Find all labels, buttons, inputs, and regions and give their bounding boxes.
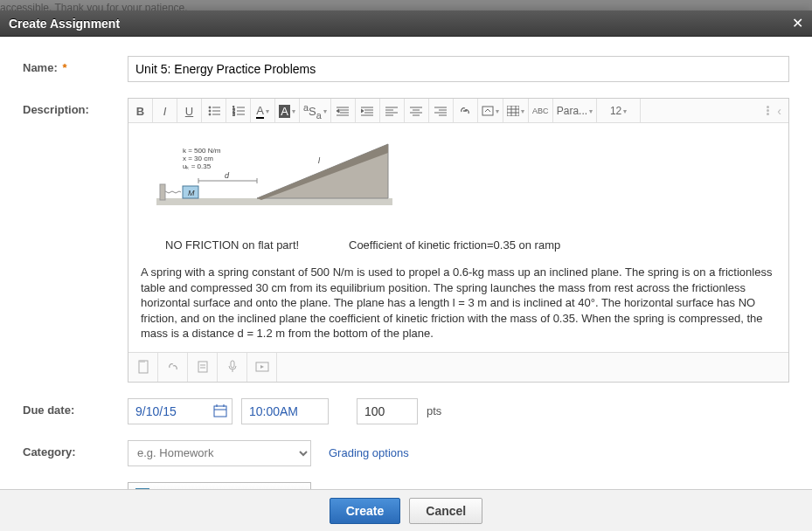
dialog-footer: Create Cancel <box>0 489 812 531</box>
link-button[interactable] <box>454 99 478 123</box>
scale-row: Scale/Rubric:* Numeric ▼ <box>23 482 789 489</box>
align-left-icon <box>385 106 398 116</box>
due-date-row: Due date: pts <box>23 398 789 424</box>
align-left-button[interactable] <box>380 99 405 123</box>
table-button[interactable]: ▾ <box>503 99 529 123</box>
diagram-l-label: l <box>318 156 321 165</box>
font-color-button[interactable]: A▾ <box>251 99 275 123</box>
font-color-icon: A <box>256 104 264 119</box>
category-label: Category: <box>23 440 128 466</box>
caption-right: Coefficient of kinetic friction=0.35 on … <box>349 238 560 253</box>
grading-options-link[interactable]: Grading options <box>329 446 409 459</box>
attach-audio-button[interactable] <box>218 353 247 382</box>
align-center-button[interactable] <box>405 99 429 123</box>
due-time-field[interactable] <box>241 398 329 424</box>
dialog-titlebar: Create Assignment ✕ <box>0 10 812 37</box>
chevron-down-icon: ▾ <box>589 107 593 115</box>
attach-link-button[interactable] <box>158 353 188 382</box>
indent-button[interactable] <box>356 99 380 123</box>
diagram-captions: NO FRICTION on flat part! Coefficient of… <box>165 238 776 253</box>
resource-icon <box>197 360 209 374</box>
table-icon <box>507 106 519 116</box>
create-assignment-dialog: Create Assignment ✕ Name: * Description:… <box>0 10 812 531</box>
points-label: pts <box>427 404 441 417</box>
time-input[interactable] <box>241 398 329 424</box>
name-input[interactable] <box>128 56 789 82</box>
video-icon <box>255 361 269 373</box>
dialog-body: Name: * Description: B I U 123 A▾ <box>0 37 812 489</box>
insert-button[interactable]: ▾ <box>478 99 503 123</box>
editor-content[interactable]: M k = 500 N/m x = 30 cm uₖ = 0.35 d l <box>128 123 788 352</box>
inclined-plane-diagram: M k = 500 N/m x = 30 cm uₖ = 0.35 d l <box>156 137 392 224</box>
svg-rect-57 <box>214 406 226 417</box>
diagram-mass-label: M <box>188 189 195 197</box>
collapse-toolbar-icon[interactable]: ‹ <box>777 104 781 118</box>
svg-marker-56 <box>260 365 264 369</box>
chevron-down-icon: ▾ <box>266 107 269 115</box>
paragraph-select[interactable]: Para...▾ <box>553 99 597 123</box>
link-icon <box>459 105 471 117</box>
paragraph-label: Para... <box>557 105 587 117</box>
description-label: Description: <box>23 98 128 383</box>
attach-resource-button[interactable] <box>188 353 218 382</box>
attach-file-button[interactable] <box>128 353 158 382</box>
chevron-down-icon: ▾ <box>323 107 327 115</box>
svg-rect-44 <box>160 184 165 200</box>
label-text: Name: <box>23 61 58 74</box>
insert-icon <box>482 106 494 116</box>
diagram-d-label: d <box>225 171 230 180</box>
chevron-down-icon: ▾ <box>292 107 295 115</box>
bold-button[interactable]: B <box>128 99 153 123</box>
italic-button[interactable]: I <box>153 99 177 123</box>
svg-point-2 <box>209 110 211 112</box>
chevron-down-icon: ▾ <box>496 107 499 115</box>
description-row: Description: B I U 123 A▾ A▾ aSa▾ <box>23 98 789 383</box>
outdent-icon <box>337 106 349 116</box>
create-button[interactable]: Create <box>330 498 401 524</box>
fontsize-select[interactable]: 12▾ <box>597 99 641 123</box>
category-select[interactable]: e.g. Homework <box>128 440 311 466</box>
category-row: Category: e.g. Homework Grading options <box>23 440 789 466</box>
points-input[interactable] <box>357 398 418 424</box>
svg-rect-49 <box>140 360 145 362</box>
svg-rect-34 <box>482 107 493 115</box>
scale-rubric-select[interactable]: Numeric ▼ <box>128 482 311 489</box>
rich-text-editor: B I U 123 A▾ A▾ aSa▾ ▾ <box>128 98 789 383</box>
strike-icon: aSa <box>303 102 322 121</box>
file-icon <box>137 360 149 374</box>
cancel-button[interactable]: Cancel <box>409 498 482 524</box>
align-right-icon <box>434 106 447 116</box>
align-center-icon <box>410 106 422 116</box>
problem-paragraph: A spring with a spring constant of 500 N… <box>141 265 776 341</box>
svg-rect-48 <box>139 361 148 373</box>
due-date-label: Due date: <box>23 398 128 424</box>
svg-marker-14 <box>337 109 339 113</box>
align-right-button[interactable] <box>429 99 454 123</box>
underline-button[interactable]: U <box>177 99 202 123</box>
subscript-button[interactable]: aSa▾ <box>300 99 331 123</box>
due-date-field[interactable] <box>128 398 232 424</box>
svg-rect-50 <box>198 362 207 372</box>
svg-point-0 <box>209 107 211 108</box>
spellcheck-button[interactable]: ABC <box>529 99 553 123</box>
more-tools-icon[interactable] <box>767 106 772 115</box>
ordered-list-button[interactable]: 123 <box>226 99 251 123</box>
svg-point-4 <box>209 114 211 115</box>
indent-icon <box>361 106 373 116</box>
chevron-down-icon: ▾ <box>521 107 524 115</box>
calendar-icon[interactable] <box>213 403 227 420</box>
italic-icon: I <box>163 105 167 118</box>
close-icon[interactable]: ✕ <box>792 15 803 31</box>
diagram-k-label: k = 500 N/m <box>183 147 221 155</box>
physics-diagram: M k = 500 N/m x = 30 cm uₖ = 0.35 d l <box>156 137 776 229</box>
bg-color-button[interactable]: A▾ <box>275 99 300 123</box>
svg-rect-53 <box>231 361 234 368</box>
outdent-button[interactable] <box>331 99 356 123</box>
unordered-list-button[interactable] <box>202 99 226 123</box>
list-ol-icon: 123 <box>232 106 245 116</box>
list-ul-icon <box>208 106 220 116</box>
scale-label: Scale/Rubric:* <box>23 482 128 489</box>
microphone-icon <box>227 360 238 374</box>
attach-video-button[interactable] <box>247 353 277 382</box>
points-field[interactable] <box>357 398 418 424</box>
